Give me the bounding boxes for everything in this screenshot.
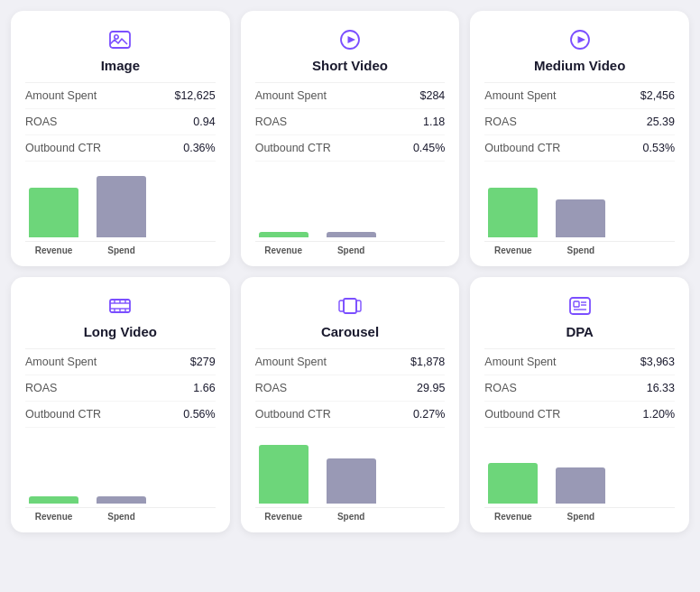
revenue-label: Revenue (29, 512, 78, 522)
chart-labels: RevenueSpend (25, 241, 216, 255)
spend-bar (327, 232, 376, 237)
revenue-label: Revenue (259, 245, 309, 255)
revenue-bar (259, 445, 309, 504)
spend-label: Spend (556, 245, 605, 255)
metrics-dpa: Amount Spent$3,963ROAS16.33Outbound CTR1… (484, 348, 675, 428)
bars-container (484, 440, 675, 504)
card-dpa: DPAAmount Spent$3,963ROAS16.33Outbound C… (470, 277, 689, 532)
metric-row: Amount Spent$1,878 (255, 349, 446, 375)
bars-container (255, 440, 446, 504)
chart-labels: RevenueSpend (255, 507, 446, 522)
metric-label: Amount Spent (25, 89, 97, 102)
spend-label: Spend (327, 512, 376, 522)
carousel-icon (336, 291, 364, 320)
svg-rect-15 (344, 299, 356, 313)
metric-label: ROAS (255, 116, 287, 128)
spend-bar-col (327, 458, 376, 504)
revenue-label: Revenue (488, 512, 538, 522)
card-header-image: Image (25, 25, 216, 73)
svg-rect-0 (110, 32, 130, 48)
chart-short-video: RevenueSpend (255, 174, 446, 255)
svg-rect-18 (570, 298, 590, 314)
metric-row: Amount Spent$2,456 (484, 83, 675, 109)
metric-label: ROAS (255, 382, 287, 394)
metric-row: ROAS29.95 (255, 375, 446, 402)
revenue-bar-col (259, 445, 309, 504)
card-header-medium-video: Medium Video (484, 25, 675, 73)
metric-row: ROAS16.33 (484, 375, 675, 402)
metric-row: Outbound CTR0.53% (484, 135, 675, 162)
metric-value: $279 (190, 356, 216, 368)
revenue-bar-col (29, 496, 78, 504)
revenue-label: Revenue (488, 245, 538, 255)
metric-value: 16.33 (647, 382, 675, 394)
metric-label: Outbound CTR (484, 142, 560, 154)
spend-bar-col (327, 232, 376, 237)
svg-point-1 (115, 35, 118, 39)
metric-value: $3,963 (640, 356, 675, 368)
revenue-label: Revenue (29, 245, 78, 255)
metrics-long-video: Amount Spent$279ROAS1.66Outbound CTR0.56… (25, 348, 216, 428)
metric-label: Outbound CTR (255, 408, 331, 421)
metric-label: ROAS (484, 116, 516, 128)
spend-bar (97, 176, 146, 237)
metric-value: 0.36% (183, 142, 215, 154)
chart-carousel: RevenueSpend (255, 440, 446, 522)
metric-row: Outbound CTR0.36% (25, 135, 216, 162)
revenue-bar (488, 188, 538, 237)
card-title-short-video: Short Video (312, 58, 388, 73)
card-title-dpa: DPA (566, 324, 594, 339)
metric-label: Outbound CTR (484, 408, 560, 421)
svg-marker-5 (577, 36, 585, 43)
metric-row: ROAS0.94 (25, 109, 216, 135)
revenue-bar-col (259, 232, 309, 237)
metric-label: Amount Spent (484, 356, 556, 368)
metric-label: ROAS (25, 382, 57, 394)
metric-label: Amount Spent (484, 89, 556, 102)
metric-row: ROAS25.39 (484, 109, 675, 135)
metric-row: Amount Spent$12,625 (25, 83, 216, 109)
metric-row: Amount Spent$3,963 (484, 349, 675, 375)
chart-labels: RevenueSpend (255, 241, 446, 255)
card-header-long-video: Long Video (25, 291, 216, 339)
metric-value: $284 (420, 89, 446, 102)
metric-row: Outbound CTR1.20% (484, 402, 675, 428)
card-title-long-video: Long Video (84, 324, 157, 339)
metric-value: $2,456 (640, 89, 675, 102)
card-header-short-video: Short Video (255, 25, 446, 73)
metric-row: Outbound CTR0.27% (255, 402, 446, 428)
dpa-icon (566, 291, 594, 320)
metric-value: 0.27% (413, 408, 445, 421)
metric-value: $1,878 (410, 356, 445, 368)
revenue-label: Revenue (259, 512, 309, 522)
revenue-bar (488, 463, 538, 504)
metric-row: Amount Spent$284 (255, 83, 446, 109)
metric-value: 1.18 (423, 116, 445, 128)
film-icon (106, 291, 134, 320)
card-short-video: Short VideoAmount Spent$284ROAS1.18Outbo… (241, 11, 460, 266)
bars-container (255, 174, 446, 237)
metric-row: ROAS1.18 (255, 109, 446, 135)
play-circle-icon (566, 25, 594, 54)
metric-value: 29.95 (417, 382, 445, 394)
revenue-bar (29, 188, 78, 237)
chart-labels: RevenueSpend (25, 507, 216, 522)
svg-rect-19 (574, 301, 579, 307)
spend-bar-col (556, 199, 605, 237)
revenue-bar (259, 232, 309, 237)
spend-bar-col (97, 176, 146, 237)
spend-label: Spend (97, 512, 146, 522)
metric-value: 1.66 (193, 382, 215, 394)
card-title-carousel: Carousel (321, 324, 379, 339)
chart-long-video: RevenueSpend (25, 440, 216, 522)
metric-row: Outbound CTR0.56% (25, 402, 216, 428)
revenue-bar-col (488, 463, 538, 504)
chart-medium-video: RevenueSpend (484, 174, 675, 255)
card-header-dpa: DPA (484, 291, 675, 339)
revenue-bar (29, 496, 78, 504)
cards-grid: ImageAmount Spent$12,625ROAS0.94Outbound… (11, 11, 689, 532)
spend-label: Spend (97, 245, 146, 255)
metrics-short-video: Amount Spent$284ROAS1.18Outbound CTR0.45… (255, 82, 446, 162)
bars-container (484, 174, 675, 237)
chart-labels: RevenueSpend (484, 241, 675, 255)
